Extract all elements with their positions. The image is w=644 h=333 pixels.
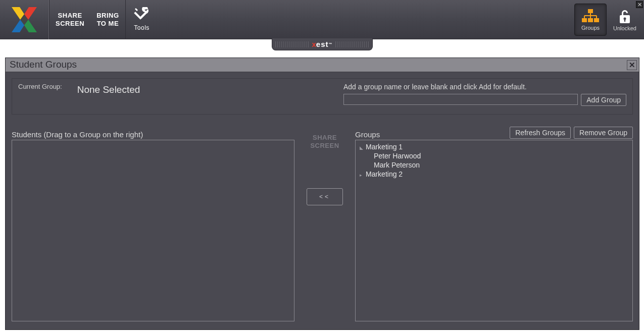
top-panel: Current Group: None Selected Add a group… [12, 78, 633, 115]
group-item[interactable]: ◣Marketing 1 [360, 142, 628, 151]
logo-x-icon [12, 7, 37, 32]
groups-listbox[interactable]: ◣Marketing 1Peter HarwoodMark Peterson▸M… [355, 140, 633, 321]
add-group-column: Add a group name or leave blank and clic… [343, 83, 626, 110]
groups-column: Groups Refresh Groups Remove Group ◣Mark… [355, 126, 633, 323]
tools-button[interactable]: Tools [126, 0, 158, 39]
share-screen-label: SHARE SCREEN [56, 12, 84, 28]
current-group: Current Group: None Selected [18, 83, 140, 110]
groups-toggle-button[interactable]: Groups [574, 4, 607, 36]
remove-group-button[interactable]: Remove Group [574, 127, 633, 139]
app-logo [0, 0, 49, 39]
svg-rect-5 [134, 12, 142, 20]
svg-rect-17 [624, 19, 625, 22]
toolbar-right: Groups Unlocked [574, 2, 641, 37]
brand-text: xest™ [312, 40, 332, 48]
group-member-item[interactable]: Peter Harwood [360, 151, 628, 160]
group-item-label: Marketing 1 [366, 143, 403, 151]
current-group-value: None Selected [77, 83, 140, 95]
body-grid: Students (Drag to a Group on the right) … [12, 126, 633, 323]
student-groups-dialog: Student Groups ✕ Current Group: None Sel… [5, 58, 639, 330]
chevron-right-icon[interactable]: ▸ [360, 173, 364, 178]
refresh-groups-button[interactable]: Refresh Groups [510, 127, 571, 139]
group-item[interactable]: ▸Marketing 2 [360, 170, 628, 179]
students-header: Students (Drag to a Group on the right) [12, 130, 143, 139]
dialog-close-button[interactable]: ✕ [627, 60, 637, 70]
groups-header: Groups [355, 130, 380, 139]
svg-rect-14 [595, 19, 599, 22]
students-column: Students (Drag to a Group on the right) [12, 126, 294, 323]
dialog-body: Current Group: None Selected Add a group… [6, 72, 639, 329]
add-group-button[interactable]: Add Group [581, 94, 626, 106]
brand-x: x [312, 40, 316, 48]
lock-toggle-button[interactable]: Unlocked [609, 4, 641, 36]
tab-stripes [275, 41, 309, 47]
tools-icon [133, 7, 151, 22]
groups-icon [582, 9, 599, 24]
dialog-title-text: Student Groups [10, 59, 77, 70]
tab-stripes [335, 41, 369, 47]
lock-toggle-label: Unlocked [613, 25, 636, 31]
brand-tab[interactable]: xest™ [272, 38, 373, 50]
share-screen-button[interactable]: SHARE SCREEN [49, 0, 90, 39]
current-group-label: Current Group: [18, 83, 62, 90]
bring-to-me-label: BRING TO ME [96, 12, 119, 28]
students-listbox[interactable] [12, 140, 294, 321]
bring-to-me-button[interactable]: BRING TO ME [90, 0, 125, 39]
add-group-hint: Add a group name or leave blank and clic… [343, 83, 626, 91]
chevron-down-icon[interactable]: ◣ [360, 145, 364, 150]
unlocked-icon [618, 8, 632, 24]
brand-rest: est [316, 40, 329, 48]
dialog-titlebar: Student Groups ✕ [6, 58, 639, 72]
group-item-label: Marketing 2 [366, 170, 403, 178]
svg-rect-12 [582, 19, 586, 22]
svg-rect-6 [588, 10, 592, 13]
window-close-button[interactable]: ✕ [636, 1, 643, 8]
tools-label: Tools [133, 24, 151, 32]
group-member-item[interactable]: Mark Peterson [360, 160, 628, 170]
svg-rect-13 [588, 19, 592, 22]
group-name-input[interactable] [343, 94, 578, 105]
brand-tm: ™ [329, 42, 332, 46]
share-screen-disabled: SHARE SCREEN [310, 134, 339, 150]
move-left-button[interactable]: << [307, 188, 343, 205]
middle-column: SHARE SCREEN << [294, 126, 355, 323]
main-toolbar: SHARE SCREEN BRING TO ME Tools [0, 0, 644, 39]
groups-toggle-label: Groups [581, 25, 600, 31]
